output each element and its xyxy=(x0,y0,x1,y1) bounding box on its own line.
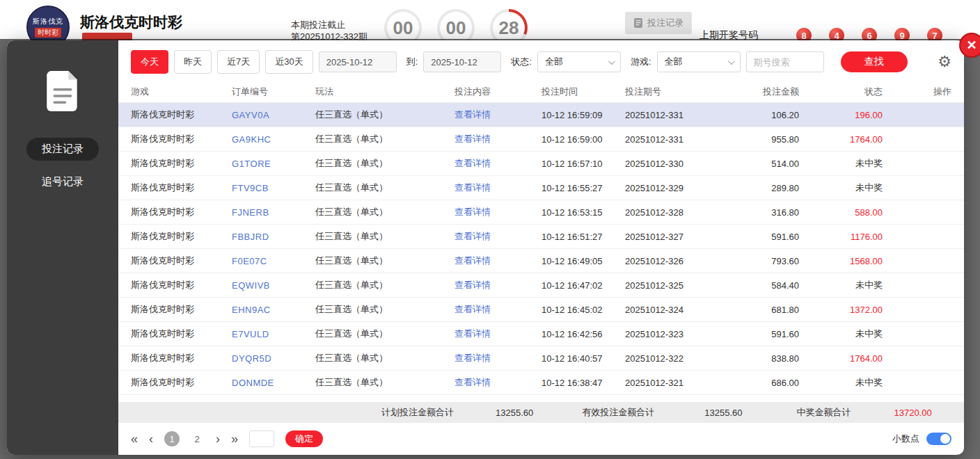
order-number: DONMDE xyxy=(232,378,315,388)
order-number: DYQR5D xyxy=(232,353,315,364)
view-detail-link[interactable]: 查看详情 xyxy=(455,109,491,120)
game-select-value: 全部 xyxy=(665,56,683,68)
cell-status: 1176.00 xyxy=(799,232,883,242)
search-button[interactable]: 查找 xyxy=(841,51,908,72)
cell-time: 10-12 16:51:27 xyxy=(542,232,625,242)
plan-total-label: 计划投注金额合计 xyxy=(381,406,454,419)
cell-period: 20251012-326 xyxy=(625,256,736,266)
order-number: G1TORE xyxy=(232,159,315,169)
next-page-button[interactable]: › xyxy=(216,432,220,446)
table-row[interactable]: 斯洛伐克时时彩G1TORE任三直选（单式）查看详情10-12 16:57:102… xyxy=(118,152,964,176)
table-row[interactable]: 斯洛伐克时时彩GA9KHC任三直选（单式）查看详情10-12 16:59:002… xyxy=(118,127,964,152)
cell-period: 20251012-322 xyxy=(625,353,736,364)
order-number: GAYV0A xyxy=(232,110,315,120)
table-row[interactable]: 斯洛伐克时时彩DYQR5D任三直选（单式）查看详情10-12 16:40:572… xyxy=(118,346,964,371)
table-row[interactable]: 斯洛伐克时时彩F0E07C任三直选（单式）查看详情10-12 16:49:052… xyxy=(118,249,964,273)
sidebar-item-bet-records[interactable]: 投注记录 xyxy=(26,138,99,161)
cell-amount: 686.00 xyxy=(736,378,799,388)
cell-play: 任三直选（单式） xyxy=(315,182,455,194)
decimal-toggle[interactable] xyxy=(926,433,951,445)
view-detail-link[interactable]: 查看详情 xyxy=(455,134,491,144)
table-row[interactable]: 斯洛伐克时时彩FTV9CB任三直选（单式）查看详情10-12 16:55:272… xyxy=(118,176,964,200)
gear-icon[interactable]: ⚙ xyxy=(938,54,951,70)
view-detail-link[interactable]: 查看详情 xyxy=(455,182,491,193)
page-jump-input[interactable] xyxy=(249,430,274,447)
first-page-button[interactable]: « xyxy=(131,432,138,446)
table-row[interactable]: 斯洛伐克时时彩FBBJRD任三直选（单式）查看详情10-12 16:51:272… xyxy=(118,225,964,249)
cell-status: 未中奖 xyxy=(799,157,883,170)
cell-amount: 584.40 xyxy=(736,280,799,291)
view-detail-link[interactable]: 查看详情 xyxy=(455,158,491,168)
cell-status: 1568.00 xyxy=(799,256,883,266)
cell-game: 斯洛伐克时时彩 xyxy=(131,108,232,121)
cell-time: 10-12 16:57:10 xyxy=(542,159,625,169)
cell-amount: 316.80 xyxy=(736,207,799,218)
page-number-1[interactable]: 1 xyxy=(164,431,180,446)
cell-game: 斯洛伐克时时彩 xyxy=(131,157,232,170)
cell-status: 588.00 xyxy=(799,207,883,218)
view-detail-link[interactable]: 查看详情 xyxy=(455,328,491,339)
status-select[interactable]: 全部 xyxy=(537,51,621,72)
table-row[interactable]: 斯洛伐克时时彩FJNERB任三直选（单式）查看详情10-12 16:53:152… xyxy=(118,200,964,225)
cell-game: 斯洛伐克时时彩 xyxy=(131,182,232,194)
cell-period: 20251012-321 xyxy=(625,378,736,388)
close-button[interactable]: ✕ xyxy=(959,33,980,58)
cell-status: 未中奖 xyxy=(799,376,883,389)
table-row[interactable]: 斯洛伐克时时彩EHN9AC任三直选（单式）查看详情10-12 16:45:022… xyxy=(118,298,964,322)
cell-detail: 查看详情 xyxy=(455,303,542,316)
order-number: FJNERB xyxy=(232,207,315,218)
page-confirm-button[interactable]: 确定 xyxy=(285,430,323,447)
cell-play: 任三直选（单式） xyxy=(315,206,455,218)
status-select-value: 全部 xyxy=(545,56,563,68)
sidebar-item-chase-records[interactable]: 追号记录 xyxy=(26,170,99,193)
quick-filter-1[interactable]: 今天 xyxy=(131,50,168,74)
cell-game: 斯洛伐克时时彩 xyxy=(131,255,232,267)
date-from-input[interactable] xyxy=(319,51,397,72)
view-detail-link[interactable]: 查看详情 xyxy=(455,377,491,387)
valid-total-label: 有效投注金额合计 xyxy=(582,406,654,419)
records-icon xyxy=(45,70,80,111)
column-header: 投注金额 xyxy=(736,86,799,98)
cell-amount: 289.80 xyxy=(736,183,799,193)
cell-status: 1764.00 xyxy=(799,134,883,145)
cell-play: 任三直选（单式） xyxy=(315,108,455,121)
period-search-input[interactable] xyxy=(746,51,824,72)
cell-detail: 查看详情 xyxy=(455,279,542,291)
plan-total-value: 13255.60 xyxy=(496,408,533,418)
cell-play: 任三直选（单式） xyxy=(315,157,455,170)
view-detail-link[interactable]: 查看详情 xyxy=(455,231,491,241)
cell-amount: 681.80 xyxy=(736,305,799,315)
prev-page-button[interactable]: ‹ xyxy=(149,432,153,446)
column-header: 操作 xyxy=(883,86,951,98)
last-page-button[interactable]: » xyxy=(231,432,238,446)
cell-detail: 查看详情 xyxy=(455,328,542,340)
cell-play: 任三直选（单式） xyxy=(315,255,455,267)
table-row[interactable]: 斯洛伐克时时彩DONMDE任三直选（单式）查看详情10-12 16:38:472… xyxy=(118,371,964,395)
cell-period: 20251012-330 xyxy=(625,159,736,169)
table-row[interactable]: 斯洛伐克时时彩GAYV0A任三直选（单式）查看详情10-12 16:59:092… xyxy=(118,103,964,127)
cell-play: 任三直选（单式） xyxy=(315,376,455,389)
page-number-2[interactable]: 2 xyxy=(189,431,205,446)
view-detail-link[interactable]: 查看详情 xyxy=(455,353,491,363)
to-label: 到: xyxy=(406,56,418,68)
quick-filter-3[interactable]: 近7天 xyxy=(217,50,260,74)
page-numbers: 12 xyxy=(164,431,205,446)
bet-records-modal: 投注记录追号记录 今天昨天近7天近30天 到: 状态: 全部 游戏: 全部 查找… xyxy=(7,40,964,455)
view-detail-link[interactable]: 查看详情 xyxy=(455,255,491,266)
view-detail-link[interactable]: 查看详情 xyxy=(455,280,491,290)
cell-play: 任三直选（单式） xyxy=(315,352,455,364)
cell-amount: 514.00 xyxy=(736,159,799,169)
cell-period: 20251012-331 xyxy=(625,110,736,120)
view-detail-link[interactable]: 查看详情 xyxy=(455,207,491,217)
cell-amount: 591.60 xyxy=(736,232,799,242)
game-select[interactable]: 全部 xyxy=(657,51,741,72)
quick-filter-2[interactable]: 昨天 xyxy=(174,50,212,74)
table-row[interactable]: 斯洛伐克时时彩EQWIVB任三直选（单式）查看详情10-12 16:47:022… xyxy=(118,273,964,298)
bet-record-button[interactable]: 投注记录 xyxy=(625,12,692,34)
date-to-input[interactable] xyxy=(423,51,501,72)
quick-filter-4[interactable]: 近30天 xyxy=(265,50,313,74)
table-row[interactable]: 斯洛伐克时时彩E7VULD任三直选（单式）查看详情10-12 16:42:562… xyxy=(118,322,964,346)
view-detail-link[interactable]: 查看详情 xyxy=(455,304,491,314)
cell-game: 斯洛伐克时时彩 xyxy=(131,133,232,145)
cell-detail: 查看详情 xyxy=(455,352,542,364)
